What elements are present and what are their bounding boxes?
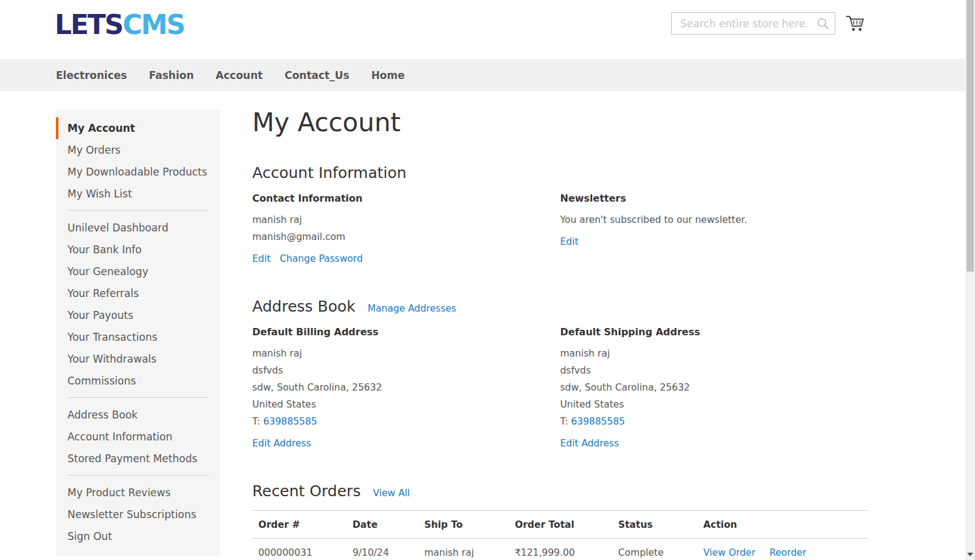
contact-information-title: Contact Information xyxy=(252,192,560,205)
account-sidebar: My Account My Orders My Downloadable Pro… xyxy=(56,109,220,556)
shipping-phone-label: T: xyxy=(560,416,568,427)
default-shipping-address-title: Default Shipping Address xyxy=(560,326,869,339)
sidebar-item-my-downloadable-products[interactable]: My Downloadable Products xyxy=(56,161,220,183)
newsletters-box: Newsletters You aren't subscribed to our… xyxy=(560,192,869,267)
shipping-city-line: sdw, South Carolina, 25632 xyxy=(560,379,869,396)
nav-item-contact-us[interactable]: Contact_Us xyxy=(284,69,349,81)
billing-company: dsfvds xyxy=(252,362,560,379)
view-all-orders-link[interactable]: View All xyxy=(373,488,410,499)
sidebar-item-your-transactions[interactable]: Your Transactions xyxy=(56,326,220,348)
sidebar-item-your-withdrawals[interactable]: Your Withdrawals xyxy=(56,348,220,370)
edit-newsletter-link[interactable]: Edit xyxy=(560,236,579,247)
default-shipping-address-box: Default Shipping Address manish raj dsfv… xyxy=(560,326,869,452)
address-book-block: Address Book Manage Addresses Default Bi… xyxy=(252,298,868,452)
vertical-scrollbar[interactable] xyxy=(965,0,975,560)
sidebar-item-my-account[interactable]: My Account xyxy=(56,117,220,139)
sidebar-item-your-referrals[interactable]: Your Referrals xyxy=(56,282,220,304)
reorder-link[interactable]: Reorder xyxy=(770,547,807,558)
sidebar-item-my-orders[interactable]: My Orders xyxy=(56,139,220,161)
default-billing-address-title: Default Billing Address xyxy=(252,326,560,339)
billing-phone-label: T: xyxy=(252,416,260,427)
search-box xyxy=(671,12,835,35)
contact-information-box: Contact Information manish raj manish@gm… xyxy=(252,192,560,267)
cart-icon xyxy=(845,13,866,33)
edit-shipping-address-link[interactable]: Edit Address xyxy=(560,438,619,449)
recent-orders-title: Recent Orders xyxy=(252,482,360,500)
sidebar-item-your-payouts[interactable]: Your Payouts xyxy=(56,304,220,326)
sidebar-item-commissions[interactable]: Commissions xyxy=(56,370,220,392)
account-information-title: Account Information xyxy=(252,164,407,182)
scrollbar-down-arrow-icon[interactable] xyxy=(967,553,973,556)
order-total-cell: ₹121,999.00 xyxy=(509,539,612,560)
orders-header-status: Status xyxy=(612,511,697,539)
sidebar-item-unilevel-dashboard[interactable]: Unilevel Dashboard xyxy=(56,217,220,239)
recent-orders-table: Order # Date Ship To Order Total Status … xyxy=(252,510,868,560)
contact-name: manish raj xyxy=(252,211,560,228)
billing-name: manish raj xyxy=(252,345,560,362)
sidebar-divider xyxy=(67,475,209,476)
nav-item-home[interactable]: Home xyxy=(371,69,405,81)
view-order-link[interactable]: View Order xyxy=(703,547,756,558)
cart-button[interactable] xyxy=(845,13,866,33)
billing-city-line: sdw, South Carolina, 25632 xyxy=(252,379,560,396)
sidebar-item-my-product-reviews[interactable]: My Product Reviews xyxy=(56,482,220,504)
shipping-country: United States xyxy=(560,396,869,413)
page: LETSCMS Electronices Fashion Account xyxy=(0,0,975,560)
sidebar-item-account-information[interactable]: Account Information xyxy=(56,426,220,448)
logo-text-lets: LETS xyxy=(55,9,123,40)
change-password-link[interactable]: Change Password xyxy=(280,253,363,264)
newsletters-title: Newsletters xyxy=(560,192,869,205)
orders-table-header-row: Order # Date Ship To Order Total Status … xyxy=(252,511,868,539)
billing-phone-link[interactable]: 639885585 xyxy=(263,416,317,427)
edit-contact-link[interactable]: Edit xyxy=(252,253,270,264)
logo-text-cms: CMS xyxy=(123,9,185,40)
sidebar-item-your-genealogy[interactable]: Your Genealogy xyxy=(56,261,220,282)
edit-billing-address-link[interactable]: Edit Address xyxy=(252,438,311,449)
main-content: My Account Account Information Contact I… xyxy=(252,108,868,560)
account-information-block: Account Information Contact Information … xyxy=(252,164,868,267)
nav-item-fashion[interactable]: Fashion xyxy=(149,69,194,81)
billing-country: United States xyxy=(252,396,560,413)
order-actions-cell: View Order Reorder xyxy=(697,539,868,560)
default-billing-address-box: Default Billing Address manish raj dsfvd… xyxy=(252,326,560,452)
recent-orders-block: Recent Orders View All Order # Date Ship… xyxy=(252,482,868,560)
nav-item-account[interactable]: Account xyxy=(216,69,263,81)
orders-header-order-number: Order # xyxy=(252,511,346,539)
scrollbar-thumb[interactable] xyxy=(966,0,974,271)
sidebar-divider xyxy=(67,210,209,211)
shipping-name: manish raj xyxy=(560,345,869,362)
sidebar-item-sign-out[interactable]: Sign Out xyxy=(56,525,220,547)
sidebar-divider xyxy=(67,397,209,398)
contact-email: manish@gmail.com xyxy=(252,228,560,245)
orders-header-date: Date xyxy=(346,511,418,539)
main-nav: Electronices Fashion Account Contact_Us … xyxy=(0,59,965,91)
search-icon[interactable] xyxy=(816,17,830,30)
sidebar-item-my-wish-list[interactable]: My Wish List xyxy=(56,183,220,205)
orders-header-action: Action xyxy=(697,511,868,539)
sidebar-item-address-book[interactable]: Address Book xyxy=(56,404,220,426)
header: LETSCMS xyxy=(0,0,965,59)
order-status-cell: Complete xyxy=(612,539,697,560)
sidebar-item-your-bank-info[interactable]: Your Bank Info xyxy=(56,239,220,261)
orders-header-order-total: Order Total xyxy=(509,511,612,539)
sidebar-item-stored-payment-methods[interactable]: Stored Payment Methods xyxy=(56,448,220,470)
order-ship-to-cell: manish raj xyxy=(418,539,509,560)
order-date-cell: 9/10/24 xyxy=(346,539,418,560)
sidebar-item-newsletter-subscriptions[interactable]: Newsletter Subscriptions xyxy=(56,504,220,525)
orders-header-ship-to: Ship To xyxy=(418,511,509,539)
shipping-company: dsfvds xyxy=(560,362,869,379)
shipping-phone-line: T: 639885585 xyxy=(560,413,869,430)
address-book-title: Address Book xyxy=(252,298,356,316)
search-input[interactable] xyxy=(672,13,835,34)
store-logo[interactable]: LETSCMS xyxy=(55,10,185,40)
nav-item-electronices[interactable]: Electronices xyxy=(56,69,127,81)
page-title: My Account xyxy=(252,108,868,137)
newsletter-status: You aren't subscribed to our newsletter. xyxy=(560,211,869,228)
manage-addresses-link[interactable]: Manage Addresses xyxy=(368,303,456,314)
billing-phone-line: T: 639885585 xyxy=(252,413,560,430)
shipping-phone-link[interactable]: 639885585 xyxy=(571,416,625,427)
order-number-cell: 000000031 xyxy=(252,539,346,560)
order-row: 000000031 9/10/24 manish raj ₹121,999.00… xyxy=(252,539,868,560)
